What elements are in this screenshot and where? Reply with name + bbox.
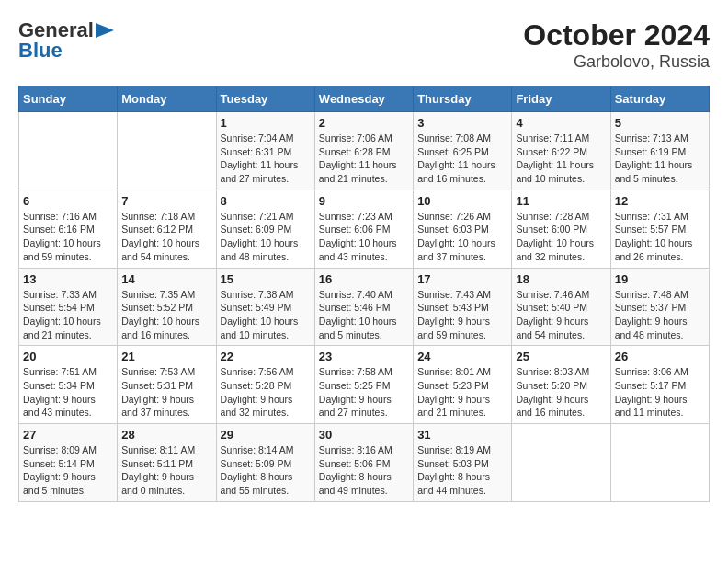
day-number: 30	[319, 428, 409, 442]
title-block: October 2024 Garbolovo, Russia	[523, 18, 710, 72]
svg-marker-0	[96, 23, 114, 38]
day-detail: Sunrise: 8:06 AM Sunset: 5:17 PM Dayligh…	[615, 365, 705, 419]
day-number: 9	[319, 194, 409, 208]
calendar-cell: 8Sunrise: 7:21 AM Sunset: 6:09 PM Daylig…	[216, 190, 314, 268]
day-detail: Sunrise: 8:03 AM Sunset: 5:20 PM Dayligh…	[516, 365, 606, 419]
day-number: 29	[221, 428, 311, 442]
calendar-cell: 10Sunrise: 7:26 AM Sunset: 6:03 PM Dayli…	[414, 190, 512, 268]
calendar-cell: 30Sunrise: 8:16 AM Sunset: 5:06 PM Dayli…	[314, 424, 413, 502]
day-number: 3	[417, 116, 507, 130]
calendar-cell: 19Sunrise: 7:48 AM Sunset: 5:37 PM Dayli…	[610, 268, 709, 346]
calendar-cell: 6Sunrise: 7:16 AM Sunset: 6:16 PM Daylig…	[19, 190, 118, 268]
day-number: 18	[516, 272, 606, 286]
day-detail: Sunrise: 7:40 AM Sunset: 5:46 PM Dayligh…	[319, 288, 409, 342]
day-number: 22	[221, 350, 311, 363]
day-number: 6	[23, 194, 113, 208]
calendar-cell: 16Sunrise: 7:40 AM Sunset: 5:46 PM Dayli…	[314, 268, 413, 346]
day-number: 8	[221, 194, 311, 208]
calendar-cell: 22Sunrise: 7:56 AM Sunset: 5:28 PM Dayli…	[216, 346, 314, 424]
day-detail: Sunrise: 7:18 AM Sunset: 6:12 PM Dayligh…	[121, 210, 211, 264]
day-of-week-header: Tuesday	[216, 86, 314, 112]
day-detail: Sunrise: 7:38 AM Sunset: 5:49 PM Dayligh…	[221, 288, 311, 342]
calendar-cell: 1Sunrise: 7:04 AM Sunset: 6:31 PM Daylig…	[216, 112, 314, 190]
logo-arrow-icon	[96, 23, 114, 38]
day-number: 16	[319, 272, 409, 286]
logo-blue: Blue	[18, 39, 63, 63]
day-detail: Sunrise: 7:21 AM Sunset: 6:09 PM Dayligh…	[221, 210, 311, 264]
day-number: 27	[23, 428, 113, 442]
day-detail: Sunrise: 7:26 AM Sunset: 6:03 PM Dayligh…	[417, 210, 507, 264]
day-number: 1	[221, 116, 311, 130]
calendar-cell	[118, 112, 216, 190]
day-detail: Sunrise: 7:46 AM Sunset: 5:40 PM Dayligh…	[516, 288, 606, 342]
day-number: 26	[615, 350, 705, 363]
calendar-cell: 31Sunrise: 8:19 AM Sunset: 5:03 PM Dayli…	[414, 424, 512, 502]
day-detail: Sunrise: 8:11 AM Sunset: 5:11 PM Dayligh…	[121, 443, 211, 498]
calendar-cell: 26Sunrise: 8:06 AM Sunset: 5:17 PM Dayli…	[610, 346, 709, 424]
day-number: 20	[23, 350, 113, 363]
calendar-table: SundayMondayTuesdayWednesdayThursdayFrid…	[18, 86, 710, 502]
calendar-week-row: 27Sunrise: 8:09 AM Sunset: 5:14 PM Dayli…	[19, 424, 710, 502]
day-of-week-header: Saturday	[610, 86, 709, 112]
day-detail: Sunrise: 7:43 AM Sunset: 5:43 PM Dayligh…	[417, 288, 507, 342]
calendar-cell: 9Sunrise: 7:23 AM Sunset: 6:06 PM Daylig…	[314, 190, 413, 268]
day-detail: Sunrise: 7:16 AM Sunset: 6:16 PM Dayligh…	[23, 210, 113, 264]
day-number: 15	[221, 272, 311, 286]
day-number: 10	[417, 194, 507, 208]
calendar-cell: 27Sunrise: 8:09 AM Sunset: 5:14 PM Dayli…	[19, 424, 118, 502]
day-number: 14	[121, 272, 211, 286]
day-number: 13	[23, 272, 113, 286]
page-header: General Blue October 2024 Garbolovo, Rus…	[18, 18, 710, 72]
calendar-cell: 21Sunrise: 7:53 AM Sunset: 5:31 PM Dayli…	[118, 346, 216, 424]
day-detail: Sunrise: 7:06 AM Sunset: 6:28 PM Dayligh…	[319, 132, 409, 186]
calendar-cell: 24Sunrise: 8:01 AM Sunset: 5:23 PM Dayli…	[414, 346, 512, 424]
calendar-cell: 5Sunrise: 7:13 AM Sunset: 6:19 PM Daylig…	[610, 112, 709, 190]
day-detail: Sunrise: 7:11 AM Sunset: 6:22 PM Dayligh…	[516, 132, 606, 186]
day-number: 4	[516, 116, 606, 130]
calendar-cell: 12Sunrise: 7:31 AM Sunset: 5:57 PM Dayli…	[610, 190, 709, 268]
day-detail: Sunrise: 8:14 AM Sunset: 5:09 PM Dayligh…	[221, 443, 311, 498]
calendar-header-row: SundayMondayTuesdayWednesdayThursdayFrid…	[19, 86, 710, 112]
day-number: 7	[121, 194, 211, 208]
calendar-week-row: 13Sunrise: 7:33 AM Sunset: 5:54 PM Dayli…	[19, 268, 710, 346]
calendar-cell	[19, 112, 118, 190]
calendar-cell: 2Sunrise: 7:06 AM Sunset: 6:28 PM Daylig…	[314, 112, 413, 190]
day-detail: Sunrise: 7:13 AM Sunset: 6:19 PM Dayligh…	[615, 132, 705, 186]
day-number: 31	[417, 428, 507, 442]
calendar-cell: 4Sunrise: 7:11 AM Sunset: 6:22 PM Daylig…	[512, 112, 610, 190]
day-number: 21	[121, 350, 211, 363]
calendar-cell: 14Sunrise: 7:35 AM Sunset: 5:52 PM Dayli…	[118, 268, 216, 346]
day-detail: Sunrise: 7:58 AM Sunset: 5:25 PM Dayligh…	[319, 365, 409, 419]
calendar-cell: 28Sunrise: 8:11 AM Sunset: 5:11 PM Dayli…	[118, 424, 216, 502]
calendar-cell	[610, 424, 709, 502]
calendar-cell: 25Sunrise: 8:03 AM Sunset: 5:20 PM Dayli…	[512, 346, 610, 424]
calendar-cell: 7Sunrise: 7:18 AM Sunset: 6:12 PM Daylig…	[118, 190, 216, 268]
day-number: 25	[516, 350, 606, 363]
day-number: 28	[121, 428, 211, 442]
day-detail: Sunrise: 7:04 AM Sunset: 6:31 PM Dayligh…	[221, 132, 311, 186]
calendar-cell: 23Sunrise: 7:58 AM Sunset: 5:25 PM Dayli…	[314, 346, 413, 424]
day-detail: Sunrise: 7:35 AM Sunset: 5:52 PM Dayligh…	[121, 288, 211, 342]
calendar-cell: 18Sunrise: 7:46 AM Sunset: 5:40 PM Dayli…	[512, 268, 610, 346]
day-number: 17	[417, 272, 507, 286]
day-detail: Sunrise: 7:51 AM Sunset: 5:34 PM Dayligh…	[23, 365, 113, 419]
calendar-week-row: 20Sunrise: 7:51 AM Sunset: 5:34 PM Dayli…	[19, 346, 710, 424]
calendar-cell: 11Sunrise: 7:28 AM Sunset: 6:00 PM Dayli…	[512, 190, 610, 268]
calendar-cell: 13Sunrise: 7:33 AM Sunset: 5:54 PM Dayli…	[19, 268, 118, 346]
calendar-body: 1Sunrise: 7:04 AM Sunset: 6:31 PM Daylig…	[19, 112, 710, 502]
calendar-cell: 15Sunrise: 7:38 AM Sunset: 5:49 PM Dayli…	[216, 268, 314, 346]
day-of-week-header: Wednesday	[314, 86, 413, 112]
calendar-week-row: 1Sunrise: 7:04 AM Sunset: 6:31 PM Daylig…	[19, 112, 710, 190]
calendar-week-row: 6Sunrise: 7:16 AM Sunset: 6:16 PM Daylig…	[19, 190, 710, 268]
day-detail: Sunrise: 7:33 AM Sunset: 5:54 PM Dayligh…	[23, 288, 113, 342]
page-title: October 2024	[523, 18, 710, 52]
day-detail: Sunrise: 7:08 AM Sunset: 6:25 PM Dayligh…	[417, 132, 507, 186]
day-number: 19	[615, 272, 705, 286]
day-detail: Sunrise: 7:53 AM Sunset: 5:31 PM Dayligh…	[121, 365, 211, 419]
day-number: 23	[319, 350, 409, 363]
logo: General Blue	[18, 18, 114, 63]
day-of-week-header: Thursday	[414, 86, 512, 112]
day-detail: Sunrise: 8:01 AM Sunset: 5:23 PM Dayligh…	[417, 365, 507, 419]
day-detail: Sunrise: 8:09 AM Sunset: 5:14 PM Dayligh…	[23, 443, 113, 498]
calendar-cell: 3Sunrise: 7:08 AM Sunset: 6:25 PM Daylig…	[414, 112, 512, 190]
